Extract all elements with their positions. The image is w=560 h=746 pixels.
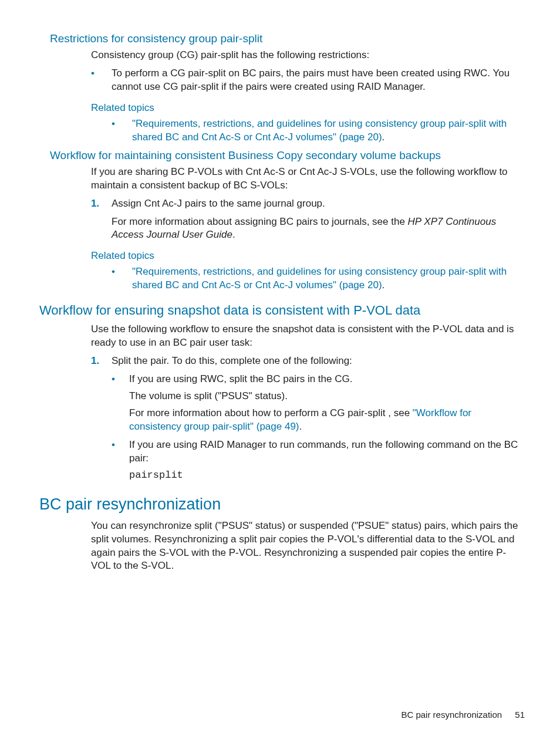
ordered-list: Assign Cnt Ac-J pairs to the same journa…	[112, 197, 525, 211]
text: If you are using RAID Manager to run com…	[129, 439, 518, 464]
text: The volume is split ("PSUS" status).	[129, 390, 525, 403]
paragraph: You can resynchronize split ("PSUS" stat…	[91, 519, 525, 573]
cross-ref-link[interactable]: "Requirements, restrictions, and guideli…	[132, 118, 507, 143]
bullet-list: To perform a CG pair-split on BC pairs, …	[112, 67, 525, 94]
paragraph: Use the following workflow to ensure the…	[91, 323, 525, 350]
heading-bc-resync: BC pair resynchronization	[39, 495, 525, 514]
related-list: "Requirements, restrictions, and guideli…	[132, 265, 525, 292]
ordered-list: Split the pair. To do this, complete one…	[112, 355, 525, 482]
text: Split the pair. To do this, complete one…	[112, 355, 352, 366]
heading-workflow-backups: Workflow for maintaining consistent Busi…	[50, 149, 525, 162]
list-item: "Requirements, restrictions, and guideli…	[132, 265, 525, 292]
text: For more information about how to perfor…	[129, 407, 413, 418]
text: If you are using RWC, split the BC pairs…	[129, 373, 352, 384]
text: .	[232, 229, 235, 240]
list-item: Split the pair. To do this, complete one…	[112, 355, 525, 482]
paragraph: For more information about how to perfor…	[129, 407, 525, 434]
list-item: Assign Cnt Ac-J pairs to the same journa…	[112, 197, 525, 211]
page-number: 51	[515, 710, 525, 720]
text: .	[299, 421, 302, 432]
related-topics-heading: Related topics	[91, 102, 525, 114]
code-command: pairsplit	[129, 469, 525, 482]
text: .	[382, 279, 385, 291]
footer-section-title: BC pair resynchronization	[401, 710, 502, 720]
paragraph: For more information about assigning BC …	[112, 215, 525, 242]
list-item: "Requirements, restrictions, and guideli…	[132, 117, 525, 144]
list-item: To perform a CG pair-split on BC pairs, …	[112, 67, 525, 94]
related-topics-heading: Related topics	[91, 250, 525, 262]
page-footer: BC pair resynchronization 51	[401, 710, 525, 720]
heading-workflow-snapshot: Workflow for ensuring snapshot data is c…	[39, 303, 525, 318]
text: .	[382, 131, 385, 143]
cross-ref-link[interactable]: "Requirements, restrictions, and guideli…	[132, 266, 507, 291]
related-list: "Requirements, restrictions, and guideli…	[132, 117, 525, 144]
paragraph: If you are sharing BC P-VOLs with Cnt Ac…	[91, 166, 525, 193]
paragraph: Consistency group (CG) pair-split has th…	[91, 49, 525, 62]
text: For more information about assigning BC …	[112, 216, 408, 227]
nested-bullet-list: If you are using RWC, split the BC pairs…	[129, 373, 525, 482]
heading-restrictions: Restrictions for consistency group pair-…	[50, 32, 525, 45]
list-item: If you are using RWC, split the BC pairs…	[129, 373, 525, 434]
list-item: If you are using RAID Manager to run com…	[129, 438, 525, 482]
